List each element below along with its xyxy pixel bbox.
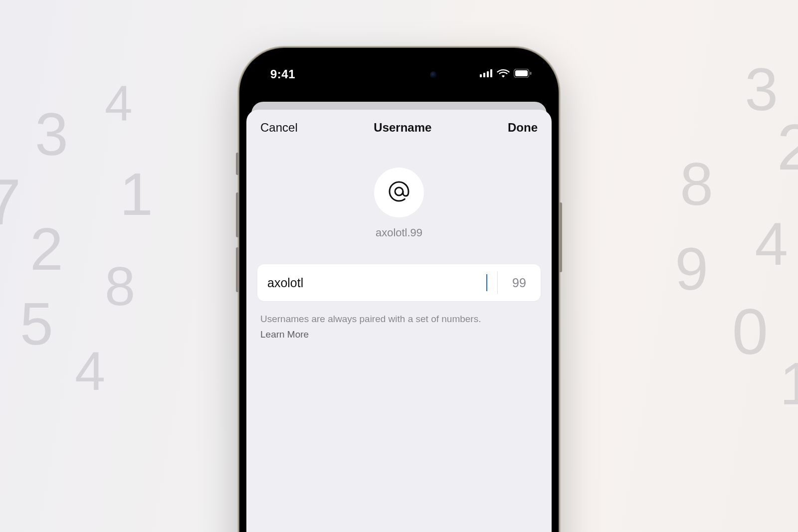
text-caret [486, 274, 487, 291]
bg-number: 1 [120, 160, 153, 228]
bg-number: 3 [745, 55, 778, 124]
bg-number: 5 [20, 289, 53, 358]
svg-rect-2 [487, 71, 489, 77]
svg-point-7 [395, 187, 403, 195]
bg-number: 8 [680, 150, 713, 218]
bg-number: 4 [755, 209, 788, 278]
phone-side-button [236, 153, 239, 175]
wifi-icon [497, 69, 510, 80]
svg-rect-6 [530, 72, 532, 75]
bg-number: 0 [732, 294, 768, 369]
status-time: 9:41 [270, 67, 295, 81]
username-number-suffix: 99 [498, 264, 541, 301]
svg-rect-3 [490, 69, 492, 77]
bg-number: 4 [75, 339, 105, 402]
dynamic-island [354, 64, 444, 86]
cancel-button[interactable]: Cancel [260, 121, 298, 135]
front-camera [430, 71, 437, 78]
username-sheet: Cancel Username Done axolotl.99 [246, 110, 552, 532]
phone-screen: 9:41 Cancel Username Done [246, 55, 552, 532]
helper-text: Usernames are always paired with a set o… [260, 314, 481, 324]
username-field[interactable]: 99 [257, 264, 541, 301]
bg-number: 8 [105, 254, 135, 318]
phone-power-button [559, 202, 562, 272]
phone-volume-up-button [236, 192, 239, 237]
bg-number: 2 [30, 214, 63, 283]
svg-rect-0 [480, 74, 482, 77]
at-avatar [374, 168, 424, 217]
at-icon [387, 179, 411, 205]
bg-number: 9 [675, 234, 708, 303]
username-preview: axolotl.99 [257, 226, 541, 239]
bg-number: 3 [35, 100, 68, 169]
username-input[interactable] [267, 276, 486, 290]
svg-rect-5 [515, 70, 528, 76]
learn-more-link[interactable]: Learn More [260, 328, 538, 342]
bg-number: 7 [0, 165, 21, 239]
phone-frame: 9:41 Cancel Username Done [239, 48, 559, 532]
sheet-title: Username [374, 121, 431, 135]
svg-rect-1 [483, 73, 485, 77]
phone-volume-down-button [236, 247, 239, 292]
bg-number: 4 [105, 75, 133, 132]
bg-number: 2 [777, 110, 798, 184]
helper-text-block: Usernames are always paired with a set o… [257, 312, 541, 342]
cellular-signal-icon [480, 69, 493, 79]
battery-icon [514, 69, 532, 80]
bg-number: 1 [780, 349, 798, 418]
sheet-navbar: Cancel Username Done [257, 110, 541, 140]
done-button[interactable]: Done [508, 121, 538, 135]
